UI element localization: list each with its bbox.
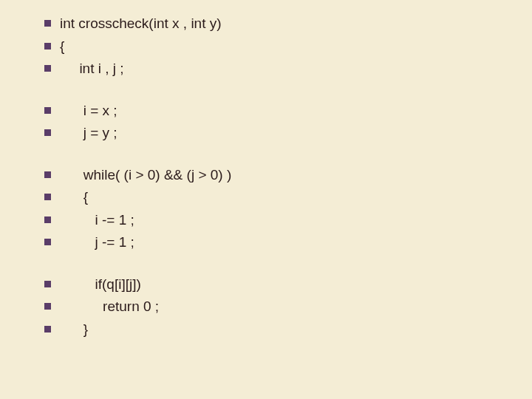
code-text: i = x ; — [60, 100, 117, 122]
bullet-icon — [44, 107, 51, 114]
code-text: return 0 ; — [60, 296, 159, 318]
bullet-icon — [44, 65, 51, 72]
code-text: i -= 1 ; — [60, 210, 134, 231]
blank-line — [44, 146, 510, 165]
code-text: j -= 1 ; — [60, 232, 134, 253]
code-text: if(q[i][j]) — [60, 274, 141, 296]
code-text: while( (i > 0) && (j > 0) ) — [60, 165, 231, 186]
code-line: } — [44, 319, 510, 341]
code-line: int i , j ; — [44, 58, 510, 80]
code-line: { — [44, 187, 510, 208]
bullet-icon — [44, 171, 51, 178]
bullet-icon — [44, 216, 51, 223]
code-line: i = x ; — [44, 100, 510, 122]
bullet-icon — [44, 129, 51, 136]
bullet-icon — [44, 239, 51, 245]
slide-content: int crosscheck(int x , int y) { int i , … — [0, 0, 532, 364]
code-text: { — [60, 187, 88, 208]
code-text: } — [60, 319, 88, 341]
blank-line — [44, 81, 510, 100]
code-text: int i , j ; — [60, 58, 124, 80]
bullet-icon — [44, 281, 51, 287]
bullet-icon — [44, 326, 51, 332]
code-text: j = y ; — [60, 123, 117, 144]
code-text: int crosscheck(int x , int y) — [60, 13, 222, 35]
bullet-icon — [44, 194, 51, 200]
code-text: { — [60, 36, 64, 58]
code-line: i -= 1 ; — [44, 210, 510, 231]
code-line: j = y ; — [44, 123, 510, 144]
code-line: { — [44, 36, 510, 58]
code-line: j -= 1 ; — [44, 232, 510, 253]
bullet-icon — [44, 20, 51, 27]
blank-line — [44, 255, 510, 274]
code-line: if(q[i][j]) — [44, 274, 510, 296]
code-line: while( (i > 0) && (j > 0) ) — [44, 165, 510, 186]
code-line: return 0 ; — [44, 296, 510, 318]
code-line: int crosscheck(int x , int y) — [44, 13, 510, 35]
bullet-icon — [44, 43, 51, 50]
bullet-icon — [44, 303, 51, 310]
